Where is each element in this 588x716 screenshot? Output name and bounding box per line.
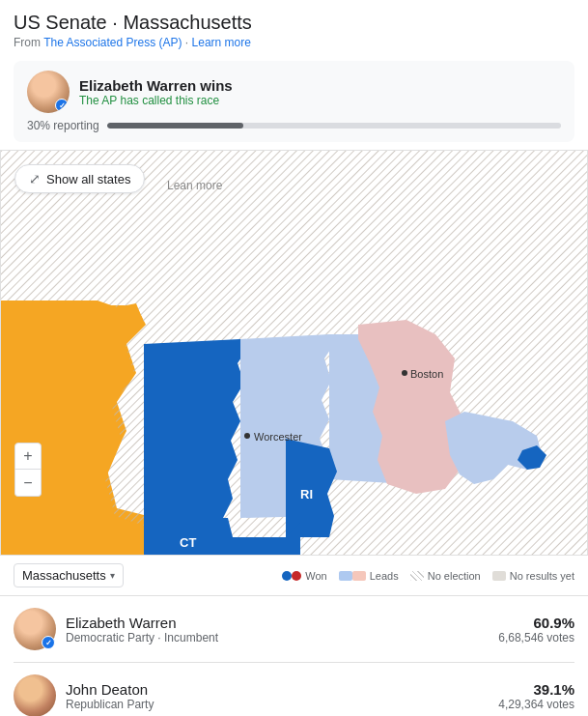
deaton-info: John Deaton Republican Party <box>66 681 489 711</box>
legend-rep-won-dot <box>292 571 301 581</box>
winner-name: Elizabeth Warren wins <box>79 77 561 94</box>
winner-info: Elizabeth Warren wins The AP has called … <box>79 77 561 107</box>
legend-no-election-label: No election <box>428 570 481 582</box>
legend-dem-won-dot <box>282 571 292 581</box>
reporting-label: 30% reporting <box>27 119 99 132</box>
source-separator: · <box>185 36 192 49</box>
reporting-row: 30% reporting <box>27 119 561 132</box>
map-legend: Won Leads No election No results yet <box>282 570 574 582</box>
legend-no-election-swatch <box>410 571 424 581</box>
show-all-label: Show all states <box>46 172 130 186</box>
warren-party: Democratic Party · Incumbent <box>66 631 489 644</box>
winner-card: Elizabeth Warren wins The AP has called … <box>14 61 574 142</box>
warren-name-text: Elizabeth Warren <box>66 615 177 631</box>
warren-results: 60.9% 6,68,546 votes <box>498 615 574 644</box>
candidate-row-warren: Elizabeth Warren Democratic Party · Incu… <box>14 596 574 663</box>
legend-no-results-swatch <box>492 571 506 581</box>
show-all-states-button[interactable]: ⤢ Show all states <box>14 164 145 193</box>
warren-info: Elizabeth Warren Democratic Party · Incu… <box>66 615 489 644</box>
warren-won-badge <box>42 636 55 649</box>
deaton-name-text: John Deaton <box>66 681 148 698</box>
legend-no-results: No results yet <box>492 570 574 582</box>
zoom-in-button[interactable]: + <box>14 443 42 470</box>
candidate-row-deaton: John Deaton Republican Party 39.1% 4,29,… <box>14 663 574 716</box>
map-svg: Worcester Boston RI CT Lean more <box>1 151 588 556</box>
legend-leads: Leads <box>339 570 399 582</box>
deaton-pct: 39.1% <box>498 681 574 698</box>
progress-bar <box>107 123 561 129</box>
chevron-down-icon: ▾ <box>110 570 115 581</box>
learn-more-link[interactable]: Learn more <box>192 36 251 49</box>
warren-pct: 60.9% <box>498 615 574 631</box>
winner-subtitle: The AP has called this race <box>79 94 561 107</box>
lean-more-text: Lean more <box>167 179 223 192</box>
legend-no-results-label: No results yet <box>510 570 574 582</box>
legend-no-election: No election <box>410 570 481 582</box>
map-container: ⤢ Show all states <box>0 150 588 556</box>
source-ap-link[interactable]: The Associated Press (AP) <box>43 36 182 49</box>
legend-leads-label: Leads <box>370 570 399 582</box>
legend-won-label: Won <box>305 570 326 582</box>
deaton-party: Republican Party <box>66 698 489 711</box>
ct-label: CT <box>180 535 196 550</box>
legend-rep-leads-swatch <box>352 571 366 581</box>
map-svg-area: Worcester Boston RI CT Lean more <box>1 151 587 555</box>
source-line: From The Associated Press (AP) · Learn m… <box>14 36 574 49</box>
warren-avatar <box>14 608 56 650</box>
zoom-out-button[interactable]: − <box>14 470 42 497</box>
candidates-section: Elizabeth Warren Democratic Party · Incu… <box>0 596 588 716</box>
worcester-dot <box>244 433 250 439</box>
page-title: US Senate · Massachusetts <box>14 12 574 34</box>
map-controls-row: Massachusetts ▾ Won Leads No election No… <box>0 556 588 596</box>
boston-dot <box>402 370 407 376</box>
deaton-avatar <box>14 674 56 716</box>
deaton-name: John Deaton <box>66 681 489 698</box>
legend-dem-leads-swatch <box>339 571 352 581</box>
state-label: Massachusetts <box>22 568 106 583</box>
warren-name: Elizabeth Warren <box>66 615 489 631</box>
deaton-results: 39.1% 4,29,364 votes <box>498 681 574 711</box>
deaton-votes: 4,29,364 votes <box>498 698 574 711</box>
warren-votes: 6,68,546 votes <box>498 631 574 644</box>
winner-row: Elizabeth Warren wins The AP has called … <box>27 71 561 113</box>
page-header: US Senate · Massachusetts From The Assoc… <box>0 0 588 53</box>
winner-badge-icon <box>55 99 69 112</box>
source-prefix: From <box>14 36 43 49</box>
expand-icon: ⤢ <box>29 171 41 186</box>
progress-bar-fill <box>107 123 243 129</box>
ri-label: RI <box>300 487 313 501</box>
winner-avatar <box>27 71 70 113</box>
state-selector[interactable]: Massachusetts ▾ <box>14 563 124 587</box>
zoom-controls: + − <box>14 443 42 497</box>
boston-label: Boston <box>410 368 443 380</box>
worcester-label: Worcester <box>254 431 302 443</box>
legend-won: Won <box>282 570 326 582</box>
